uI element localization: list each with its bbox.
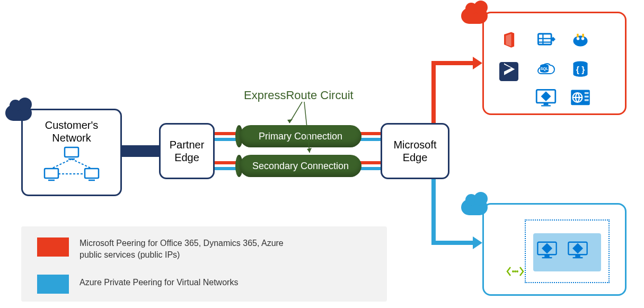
title-arrows [286,102,329,155]
svg-rect-22 [585,92,589,94]
svg-rect-40 [65,147,78,157]
svg-line-46 [51,159,72,169]
svg-marker-39 [307,148,312,153]
svg-rect-17 [541,105,551,106]
svg-rect-18 [541,91,551,101]
customer-network-box: Customer's Network [21,109,122,196]
partner-edge-label: Partner Edge [170,138,205,164]
circuit-title: ExpressRoute Circuit [244,89,354,102]
svg-point-34 [514,270,516,272]
lan-icon [42,146,101,183]
svg-rect-9 [582,34,584,38]
dynamics-icon [498,61,519,82]
svg-rect-27 [542,257,552,258]
legend-blue-swatch [37,275,69,294]
vm-service-icon [535,87,557,109]
svg-rect-26 [544,254,549,257]
cloud-icon [461,199,488,215]
peering-icon [506,265,524,280]
svg-rect-28 [542,243,552,253]
svg-point-7 [581,37,585,40]
sql-icon: SQL [535,58,557,80]
svg-rect-42 [45,169,58,178]
svg-rect-44 [85,169,99,178]
hdinsight-icon [570,29,591,50]
pipe-secondary-label: Secondary Connection [252,161,349,172]
svg-rect-8 [577,34,578,38]
vnet-vm-left-icon [536,240,558,261]
legend-red-swatch [37,237,69,257]
svg-line-38 [304,102,310,153]
svg-text:{ }: { } [576,65,585,74]
blue-connector [431,241,474,245]
office-icon [498,29,519,50]
svg-point-5 [574,36,588,46]
microsoft-edge-label: Microsoft Edge [393,138,436,164]
partner-edge-box: Partner Edge [159,123,215,179]
svg-text:SQL: SQL [541,67,549,71]
svg-point-6 [577,37,580,40]
cloud-icon [461,8,488,24]
svg-rect-30 [575,254,580,257]
svg-rect-24 [585,99,589,101]
code-icon: { } [570,58,591,80]
web-icon [570,87,591,109]
microsoft-edge-box: Microsoft Edge [381,123,449,179]
svg-rect-32 [572,243,583,253]
blue-arrow-icon [473,236,482,249]
customer-network-label: Customer's Network [45,119,99,144]
cloud-icon [5,105,32,121]
svg-rect-16 [544,103,549,105]
red-arrow-icon [473,57,482,69]
vnet-vm-right-icon [567,240,588,261]
legend-blue-text: Azure Private Peering for Virtual Networ… [80,277,307,288]
svg-line-47 [72,159,92,169]
customer-partner-link [117,145,164,157]
svg-point-33 [512,270,514,272]
storage-icon [535,29,557,50]
svg-rect-31 [573,257,583,258]
svg-rect-23 [585,96,589,98]
svg-point-35 [516,270,518,272]
legend-red-text: Microsoft Peering for Office 365, Dynami… [80,237,307,260]
pipe-secondary: Secondary Connection [240,155,361,177]
red-connector [431,61,474,65]
